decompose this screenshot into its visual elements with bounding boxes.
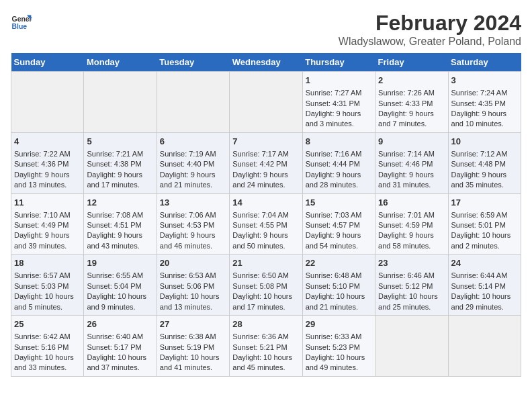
calendar-cell: 23Sunrise: 6:46 AMSunset: 5:12 PMDayligh… [375,255,448,316]
day-info: Sunset: 5:10 PM [306,281,372,291]
day-info: and 24 minutes. [232,180,299,190]
calendar-table: SundayMondayTuesdayWednesdayThursdayFrid… [11,53,521,377]
day-info: Sunrise: 7:21 AM [87,149,153,159]
day-number: 3 [451,75,518,87]
day-info: Sunrise: 6:46 AM [378,271,445,281]
weekday-header-row: SundayMondayTuesdayWednesdayThursdayFrid… [11,53,521,72]
day-info: Sunrise: 6:50 AM [232,271,299,281]
weekday-header-friday: Friday [375,53,448,72]
calendar-cell: 6Sunrise: 7:19 AMSunset: 4:40 PMDaylight… [157,132,229,193]
day-info: Daylight: 9 hours [378,230,445,240]
week-row-4: 25Sunrise: 6:42 AMSunset: 5:16 PMDayligh… [11,316,521,377]
day-info: and 37 minutes. [87,363,153,373]
day-info: Daylight: 9 hours [160,170,226,180]
weekday-header-tuesday: Tuesday [157,53,229,72]
day-info: Sunset: 4:55 PM [232,220,299,230]
day-info: Daylight: 10 hours [87,353,153,363]
day-info: Daylight: 9 hours [87,230,153,240]
calendar-cell: 28Sunrise: 6:36 AMSunset: 5:21 PMDayligh… [230,316,302,377]
day-info: and 41 minutes. [160,363,226,373]
day-info: and 58 minutes. [378,241,445,251]
day-info: Sunset: 5:04 PM [87,281,153,291]
day-info: Sunrise: 7:04 AM [232,210,299,220]
day-info: Sunrise: 6:33 AM [306,332,372,342]
calendar-cell: 5Sunrise: 7:21 AMSunset: 4:38 PMDaylight… [84,132,157,193]
calendar-cell: 1Sunrise: 7:27 AMSunset: 4:31 PMDaylight… [302,72,375,133]
week-row-2: 11Sunrise: 7:10 AMSunset: 4:49 PMDayligh… [11,193,521,255]
calendar-cell: 29Sunrise: 6:33 AMSunset: 5:23 PMDayligh… [302,316,375,377]
day-info: Sunrise: 7:27 AM [306,88,372,98]
calendar-cell [84,72,157,133]
day-info: and 21 minutes. [160,180,226,190]
day-info: Sunset: 5:08 PM [232,281,299,291]
day-info: Sunset: 4:53 PM [160,220,226,230]
day-info: Sunrise: 7:16 AM [306,149,372,159]
day-info: and 7 minutes. [378,119,445,129]
day-info: and 49 minutes. [306,363,372,373]
day-info: Sunrise: 6:40 AM [87,332,153,342]
calendar-cell: 24Sunrise: 6:44 AMSunset: 5:14 PMDayligh… [448,255,521,316]
day-info: and 33 minutes. [14,363,81,373]
calendar-cell: 9Sunrise: 7:14 AMSunset: 4:46 PMDaylight… [375,132,448,193]
day-info: Sunset: 5:03 PM [14,281,81,291]
day-info: Sunset: 4:38 PM [87,159,153,169]
day-info: Daylight: 10 hours [232,353,299,363]
day-info: Daylight: 10 hours [160,291,226,302]
day-info: Sunset: 5:12 PM [378,281,445,291]
calendar-cell: 3Sunrise: 7:24 AMSunset: 4:35 PMDaylight… [448,72,521,133]
day-info: and 2 minutes. [451,241,518,251]
day-info: Sunrise: 7:06 AM [160,210,226,220]
subtitle: Wladyslawow, Greater Poland, Poland [339,36,521,48]
day-info: Daylight: 9 hours [306,109,372,119]
day-info: Sunrise: 6:53 AM [160,271,226,281]
day-number: 22 [306,257,372,269]
day-info: Daylight: 9 hours [306,230,372,240]
header: General Blue February 2024 Wladyslawow, … [11,11,521,48]
logo-icon: General Blue [11,11,32,32]
day-info: Daylight: 10 hours [451,230,518,240]
day-number: 10 [451,136,518,148]
calendar-cell: 10Sunrise: 7:12 AMSunset: 4:48 PMDayligh… [448,132,521,193]
day-info: Sunset: 5:14 PM [451,281,518,291]
day-info: Daylight: 9 hours [378,109,445,119]
day-info: Daylight: 9 hours [451,170,518,180]
day-number: 21 [232,257,299,269]
day-info: Sunrise: 7:22 AM [14,149,81,159]
day-info: Daylight: 10 hours [232,291,299,302]
day-info: and 9 minutes. [87,302,153,312]
day-number: 16 [378,197,445,209]
calendar-cell: 11Sunrise: 7:10 AMSunset: 4:49 PMDayligh… [11,193,84,255]
calendar-cell [230,72,302,133]
day-info: Sunrise: 7:01 AM [378,210,445,220]
week-row-1: 4Sunrise: 7:22 AMSunset: 4:36 PMDaylight… [11,132,521,193]
day-info: Daylight: 10 hours [160,353,226,363]
day-info: Sunset: 4:46 PM [378,159,445,169]
calendar-cell [11,72,84,133]
day-info: Sunset: 5:23 PM [306,342,372,353]
day-number: 27 [160,318,226,330]
day-number: 19 [87,257,153,269]
day-info: Sunrise: 7:10 AM [14,210,81,220]
day-info: Sunset: 4:57 PM [306,220,372,230]
day-info: and 46 minutes. [160,241,226,251]
calendar-cell: 8Sunrise: 7:16 AMSunset: 4:44 PMDaylight… [302,132,375,193]
calendar-cell [448,316,521,377]
day-info: Sunset: 4:35 PM [451,99,518,109]
day-info: Sunset: 4:48 PM [451,159,518,169]
day-info: and 39 minutes. [14,241,81,251]
day-info: Sunset: 4:44 PM [306,159,372,169]
day-info: Sunset: 5:16 PM [14,342,81,353]
day-info: Daylight: 9 hours [87,170,153,180]
day-info: and 35 minutes. [451,180,518,190]
weekday-header-saturday: Saturday [448,53,521,72]
weekday-header-thursday: Thursday [302,53,375,72]
day-info: and 50 minutes. [232,241,299,251]
day-info: Daylight: 10 hours [14,353,81,363]
day-info: Sunset: 5:17 PM [87,342,153,353]
calendar-cell: 13Sunrise: 7:06 AMSunset: 4:53 PMDayligh… [157,193,229,255]
day-info: Sunrise: 6:38 AM [160,332,226,342]
calendar-cell: 16Sunrise: 7:01 AMSunset: 4:59 PMDayligh… [375,193,448,255]
day-info: Daylight: 10 hours [451,291,518,302]
day-info: and 54 minutes. [306,241,372,251]
day-info: and 13 minutes. [14,180,81,190]
